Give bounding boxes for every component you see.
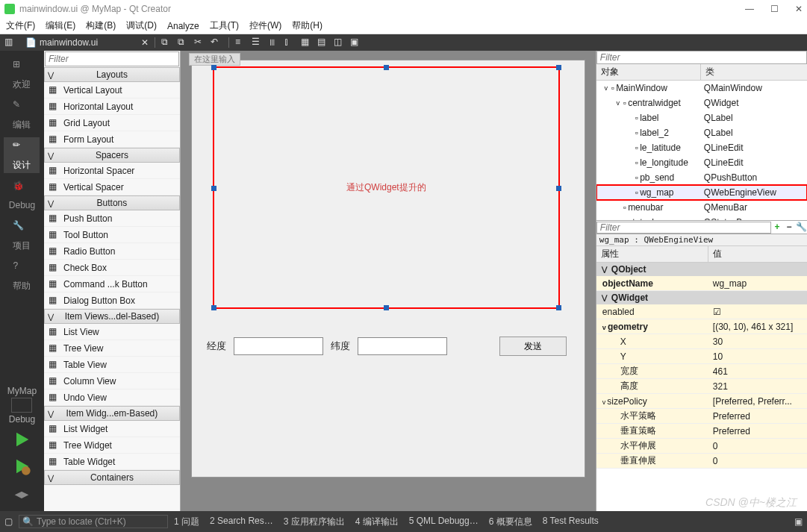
prop-row-X[interactable]: X30 [596,334,807,349]
widget-category[interactable]: ⋁Spacers [44,148,180,163]
prop-value[interactable]: [(30, 10), 461 x 321] [708,322,807,332]
object-row-wg_map[interactable]: ▫wg_mapQWebEngineView [596,185,807,200]
output-tab[interactable]: 5 QML Debugg… [409,516,479,528]
run-button[interactable] [11,429,32,450]
latitude-input[interactable] [358,337,447,355]
output-tab[interactable]: 1 问题 [174,516,199,528]
prop-value[interactable]: [Preferred, Preferr... [708,396,807,407]
menu-控件(W)[interactable]: 控件(W) [249,19,281,32]
output-tab[interactable]: 3 应用程序输出 [284,516,345,528]
prop-value[interactable]: 321 [708,381,807,392]
prop-value[interactable]: Preferred [708,411,807,422]
widget-item[interactable]: ▦Column View [44,373,180,389]
widget-item[interactable]: ▦Grid Layout [44,115,180,131]
widget-item[interactable]: ▦Vertical Layout [44,82,180,98]
prop-category[interactable]: ⋁QWidget [596,291,807,304]
output-tab[interactable]: 2 Search Res… [210,516,273,528]
object-row-MainWindow[interactable]: v▫MainWindowQMainWindow [596,81,807,96]
prop-value[interactable]: Preferred [708,426,807,436]
prop-row-水平策略[interactable]: 水平策略Preferred [596,409,807,424]
widget-category[interactable]: ⋁Buttons [44,195,180,210]
open-file-tab[interactable]: 📄 mainwindow.ui [21,37,102,48]
close-button[interactable]: ✕ [795,4,803,14]
object-filter-input[interactable] [596,51,807,64]
remove-property-button[interactable]: − [783,222,795,234]
menu-文件(F)[interactable]: 文件(F) [6,19,35,32]
output-tab[interactable]: 6 概要信息 [489,516,532,528]
menu-工具(T)[interactable]: 工具(T) [210,19,239,32]
prop-row-enabled[interactable]: enabled☑ [596,304,807,319]
maximize-button[interactable]: ☐ [770,4,779,14]
layout-form-icon[interactable]: ▤ [317,37,329,48]
layout-grid-icon[interactable]: ▦ [301,37,313,48]
property-filter-input[interactable] [596,222,771,234]
widgetbox-filter-input[interactable] [45,51,179,66]
prop-row-垂直伸展[interactable]: 垂直伸展0 [596,454,807,469]
property-editor[interactable]: 属性 值 ⋁QObjectobjectNamewg_map⋁QWidgetena… [596,246,807,511]
object-row-centralwidget[interactable]: v▫centralwidgetQWidget [596,96,807,110]
widget-item[interactable]: ▦Horizontal Layout [44,98,180,115]
widget-item[interactable]: ▦Command ...k Button [44,276,180,292]
widget-item[interactable]: ▦Undo View [44,389,180,406]
object-row-statusbar[interactable]: ▫statusbarQStatusBar [596,215,807,221]
menu-调试(D)[interactable]: 调试(D) [126,19,157,32]
widget-item[interactable]: ▦Tree View [44,340,180,357]
widget-item[interactable]: ▦Dialog Button Box [44,292,180,309]
prop-value[interactable]: ☑ [708,307,807,317]
close-tab-icon[interactable]: ✕ [141,37,149,48]
object-inspector[interactable]: 对象 类 v▫MainWindowQMainWindowv▫centralwid… [596,64,807,221]
prop-row-Y[interactable]: Y10 [596,349,807,364]
layout-hsplit-icon[interactable]: ⫼ [268,37,280,48]
paste-icon[interactable]: ⧉ [178,37,190,48]
prop-row-objectName[interactable]: objectNamewg_map [596,276,807,291]
build-button[interactable] [11,483,32,504]
widget-item[interactable]: ▦Radio Button [44,243,180,260]
cut-icon[interactable]: ✂ [194,37,206,48]
adjust-size-icon[interactable]: ▣ [350,37,362,48]
prop-row-垂直策略[interactable]: 垂直策略Preferred [596,424,807,439]
longitude-input[interactable] [234,337,323,355]
output-tab[interactable]: 8 Test Results [543,516,599,528]
widget-item[interactable]: ▦Tool Button [44,227,180,243]
copy-icon[interactable]: ⧉ [161,37,173,48]
widget-category[interactable]: ⋁Item Views...del-Based) [44,309,180,324]
layout-v-icon[interactable]: ☰ [252,37,264,48]
selected-widget-wg-map[interactable]: 通过QWidget提升的 [214,68,558,307]
mode-Debug[interactable]: 🐞Debug [4,178,40,213]
expand-icon[interactable]: v [602,324,606,331]
widget-item[interactable]: ▦Table Widget [44,454,180,470]
form-preview[interactable]: 在这里输入 通过QWidget提升的 经度 纬度 发送 [191,60,585,478]
prop-row-宽度[interactable]: 宽度461 [596,364,807,379]
layout-vsplit-icon[interactable]: ⫿ [284,37,296,48]
minimize-button[interactable]: — [745,4,754,14]
widget-category[interactable]: ⋁Containers [44,470,180,485]
widget-item[interactable]: ▦List Widget [44,421,180,437]
widget-item[interactable]: ▦Vertical Spacer [44,179,180,195]
prop-value[interactable]: 10 [708,351,807,362]
prop-value[interactable]: 0 [708,441,807,451]
widget-item[interactable]: ▦Horizontal Spacer [44,163,180,179]
expand-icon[interactable]: v [614,99,622,107]
mode-编辑[interactable]: ✎编辑 [4,97,40,133]
object-row-menubar[interactable]: ▫menubarQMenuBar [596,200,807,215]
prop-row-水平伸展[interactable]: 水平伸展0 [596,439,807,454]
widget-category[interactable]: ⋁Layouts [44,67,180,82]
menu-帮助(H)[interactable]: 帮助(H) [292,19,323,32]
menu-构建(B)[interactable]: 构建(B) [86,19,116,32]
mode-项目[interactable]: 🔧项目 [4,218,40,254]
object-row-label_2[interactable]: ▫label_2QLabel [596,125,807,140]
undo-icon[interactable]: ↶ [211,37,222,48]
expand-icon[interactable]: v [602,84,610,92]
close-panel-icon[interactable]: ▢ [4,516,13,527]
output-tab[interactable]: 4 编译输出 [355,516,399,528]
send-button[interactable]: 发送 [499,337,567,356]
layout-h-icon[interactable]: ≡ [235,37,247,48]
widget-item[interactable]: ▦Push Button [44,210,180,227]
widget-item[interactable]: ▦Table View [44,357,180,373]
project-selector[interactable]: MyMap Debug [3,386,40,425]
object-row-le_longitude[interactable]: ▫le_longitudeQLineEdit [596,155,807,170]
expand-icon[interactable]: v [602,398,606,406]
prop-value[interactable]: wg_map [708,278,807,289]
add-property-button[interactable]: + [771,222,783,234]
break-layout-icon[interactable]: ◫ [334,37,346,48]
